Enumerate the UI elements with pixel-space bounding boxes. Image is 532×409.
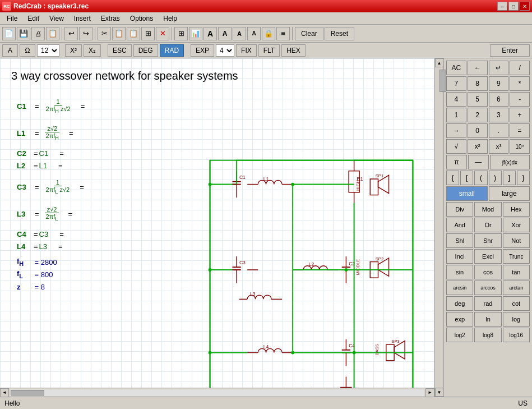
- calc-excl-button[interactable]: Excl: [474, 249, 501, 264]
- calc-6-button[interactable]: 6: [489, 92, 509, 107]
- calc-dot-button[interactable]: .: [489, 123, 509, 138]
- horizontal-scrollbar[interactable]: ◄ ►: [0, 388, 434, 397]
- calc-or-button[interactable]: Or: [474, 218, 501, 232]
- deg-button[interactable]: DEG: [133, 44, 158, 57]
- calc-sqrt-button[interactable]: √: [446, 139, 466, 154]
- calc-enter-small-button[interactable]: ↵: [489, 61, 509, 75]
- calc-mod-button[interactable]: Mod: [474, 202, 501, 217]
- new-file-button[interactable]: 📄: [2, 27, 16, 40]
- calc-ac-button[interactable]: AC: [446, 61, 466, 75]
- calc-divide-button[interactable]: /: [510, 61, 530, 75]
- calc-arctan-button[interactable]: arctan: [503, 281, 530, 295]
- calc-not-button[interactable]: Not: [503, 233, 530, 248]
- calc-arcsin-button[interactable]: arcsin: [446, 281, 473, 295]
- scroll-right-button[interactable]: ►: [425, 388, 434, 397]
- menu-options[interactable]: Options: [126, 13, 158, 24]
- calc-equals-button[interactable]: =: [510, 123, 530, 138]
- font-a1-button[interactable]: A: [203, 27, 217, 40]
- clear-button[interactable]: Clear: [295, 27, 323, 40]
- calc-9-button[interactable]: 9: [489, 76, 509, 91]
- calc-curly-close-button[interactable]: }: [517, 171, 530, 185]
- rad-button[interactable]: RAD: [160, 44, 184, 57]
- calc-square-button[interactable]: x²: [468, 139, 488, 154]
- superscript-button[interactable]: X²: [65, 44, 82, 57]
- calc-log16-button[interactable]: log16: [503, 328, 530, 342]
- fix-button[interactable]: FIX: [236, 44, 257, 57]
- calc-ln-button[interactable]: ln: [474, 312, 501, 327]
- calc-small-button[interactable]: small: [446, 186, 488, 201]
- font-size-select[interactable]: 12101416: [37, 44, 59, 57]
- menu-edit[interactable]: Edit: [23, 13, 44, 24]
- calc-subtract-button[interactable]: -: [510, 92, 530, 107]
- calc-integral-button[interactable]: ∫f(x)dx: [490, 155, 530, 169]
- scroll-thumb-v[interactable]: [440, 70, 446, 92]
- calc-trunc-button[interactable]: Trunc: [503, 249, 530, 264]
- menu-help[interactable]: Help: [159, 13, 182, 24]
- calc-curly-open-button[interactable]: {: [446, 171, 459, 185]
- clipboard-button[interactable]: 📋: [46, 27, 59, 40]
- calc-exp-button[interactable]: exp: [446, 312, 473, 327]
- grid-button[interactable]: ⊞: [174, 27, 188, 40]
- vertical-scrollbar[interactable]: ▲ ▼: [434, 58, 443, 397]
- scroll-thumb[interactable]: [11, 390, 44, 396]
- hex-button[interactable]: HEX: [281, 44, 306, 57]
- calc-paren-close-button[interactable]: ): [489, 171, 502, 185]
- calc-cot-button[interactable]: cot: [503, 296, 530, 311]
- calc-1-button[interactable]: 1: [446, 108, 466, 122]
- chart-button[interactable]: 📊: [189, 27, 202, 40]
- calc-rad-button[interactable]: rad: [474, 296, 501, 311]
- title-bar-controls[interactable]: – □ ✕: [497, 2, 530, 11]
- calc-add-button[interactable]: +: [510, 108, 530, 122]
- menu-file[interactable]: File: [2, 13, 22, 24]
- calc-7-button[interactable]: 7: [446, 76, 466, 91]
- cut-button[interactable]: ✂: [98, 27, 111, 40]
- exp-value-select[interactable]: 4268: [216, 44, 234, 57]
- scroll-down-button[interactable]: ▼: [435, 388, 444, 397]
- calc-multiply-button[interactable]: *: [510, 76, 530, 91]
- calc-deg-button[interactable]: deg: [446, 296, 473, 311]
- enter-button[interactable]: Enter: [490, 44, 530, 57]
- save-button[interactable]: 💾: [17, 27, 30, 40]
- calc-8-button[interactable]: 8: [468, 76, 488, 91]
- font-a4-button[interactable]: A: [247, 27, 261, 40]
- scroll-up-button[interactable]: ▲: [435, 58, 444, 67]
- calc-cube-button[interactable]: x³: [489, 139, 509, 154]
- calc-4-button[interactable]: 4: [446, 92, 466, 107]
- calc-and-button[interactable]: And: [446, 218, 473, 232]
- calc-paren-open-button[interactable]: (: [474, 171, 487, 185]
- menu-insert[interactable]: Insert: [70, 13, 95, 24]
- calc-square-open-button[interactable]: [: [460, 171, 473, 185]
- calc-log8-button[interactable]: log8: [474, 328, 501, 342]
- delete-button[interactable]: ✕: [156, 27, 169, 40]
- calc-sin-button[interactable]: sin: [446, 265, 473, 279]
- worksheet[interactable]: 3 way crossover network for speaker syst…: [0, 58, 434, 388]
- reset-button[interactable]: Reset: [325, 27, 354, 40]
- calc-xor-button[interactable]: Xor: [503, 218, 530, 232]
- calc-3-button[interactable]: 3: [489, 108, 509, 122]
- calc-square-close-button[interactable]: ]: [503, 171, 516, 185]
- calc-shr-button[interactable]: Shr: [474, 233, 501, 248]
- undo-button[interactable]: ↩: [64, 27, 78, 40]
- exp-button[interactable]: EXP: [191, 44, 214, 57]
- calc-incl-button[interactable]: Incl: [446, 249, 473, 264]
- omega-button[interactable]: Ω: [20, 44, 35, 57]
- close-button[interactable]: ✕: [520, 2, 530, 11]
- calc-pi-button[interactable]: π: [446, 155, 467, 169]
- scroll-track[interactable]: [10, 389, 424, 396]
- calc-log-button[interactable]: log: [503, 312, 530, 327]
- lock-button[interactable]: 🔒: [262, 27, 275, 40]
- calc-0-button[interactable]: 0: [468, 123, 488, 138]
- calc-div-button[interactable]: Div: [446, 202, 473, 217]
- calc-5-button[interactable]: 5: [468, 92, 488, 107]
- calc-shl-button[interactable]: Shl: [446, 233, 473, 248]
- calc-2-button[interactable]: 2: [468, 108, 488, 122]
- minimize-button[interactable]: –: [497, 2, 507, 11]
- calc-backspace-button[interactable]: ←: [468, 61, 488, 75]
- paste-button[interactable]: 📋: [127, 27, 140, 40]
- calc-arccos-button[interactable]: arccos: [474, 281, 501, 295]
- font-a3-button[interactable]: A: [233, 27, 246, 40]
- calc-tan-button[interactable]: tan: [503, 265, 530, 279]
- redo-button[interactable]: ↪: [79, 27, 92, 40]
- calc-log2-button[interactable]: log2: [446, 328, 473, 342]
- copy-button[interactable]: 📋: [112, 27, 126, 40]
